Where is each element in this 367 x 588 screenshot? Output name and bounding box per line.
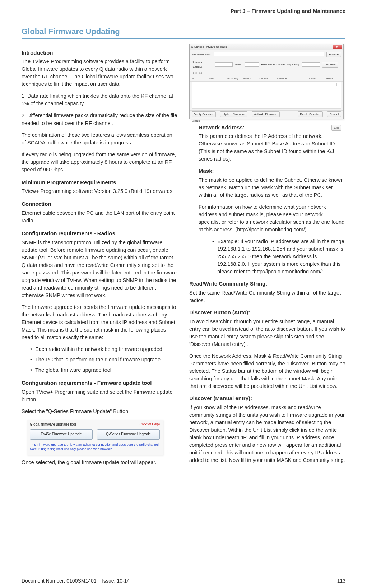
network-address-input[interactable]	[215, 62, 233, 67]
close-icon[interactable]: ✕	[333, 45, 342, 49]
footer-left: Document Number: 0100SM1401 Issue: 10-14	[22, 577, 130, 584]
unit-list-headers: IP Mask Community Serial # Current Filen…	[190, 76, 343, 82]
mask-input[interactable]	[245, 62, 259, 67]
body-text: Once the Network Address, Mask & Read/Wr…	[189, 352, 345, 390]
body-text: 1. Data rate limiting which trickles the…	[22, 92, 178, 107]
bullet-example: Example: If your radio IP addresses are …	[214, 238, 345, 276]
update-firmware-button[interactable]: Update Firmware	[220, 111, 247, 117]
click-for-help-link[interactable]: (Click for Help)	[138, 422, 160, 427]
body-text: To avoid searching through your entire s…	[189, 318, 345, 348]
network-address-label: Network Address:	[192, 60, 213, 69]
body-text: Open TView+ Programming suite and select…	[22, 388, 178, 403]
column-right: Q-Series Firmware Upgrade ✕ Firmware Pac…	[189, 44, 345, 471]
rw-community-input[interactable]	[302, 62, 320, 67]
body-text: Select the "Q-Series Firmware Update" Bu…	[22, 408, 178, 415]
unit-list-label: Unit List	[190, 70, 343, 76]
heading-connection: Connection	[22, 200, 178, 208]
cancel-button[interactable]: Cancel	[327, 111, 341, 117]
page-number: 113	[337, 577, 345, 584]
exit-button[interactable]: Exit	[331, 125, 341, 131]
body-text: If you know all of the IP addresses, mas…	[189, 404, 345, 464]
firmware-pack-input[interactable]	[214, 52, 325, 56]
dialog-global-upgrade-tool: (Click for Help) Global firmware upgrade…	[27, 420, 163, 455]
body-text: Once selected, the global firmware updat…	[22, 459, 178, 466]
body-text: The mask to be applied to define the Sub…	[199, 176, 345, 199]
activate-firmware-button[interactable]: Activate Firmware	[252, 111, 280, 117]
qseries-upgrade-button[interactable]: Q-Series Firmware Upgrade	[97, 429, 160, 440]
mask-label: Mask:	[235, 62, 242, 67]
body-text: 2. Differential firmware packs dramatica…	[22, 112, 178, 127]
verify-selected-button[interactable]: Verify Selected	[192, 111, 216, 117]
body-text: The TView+ Programming software provides…	[22, 58, 178, 88]
body-text: This parameter defines the IP Address of…	[199, 133, 345, 163]
rw-community-label: Read/Write Community String:	[261, 62, 300, 67]
ex45e-upgrade-button[interactable]: Ex45e Firmware Upgrade	[30, 429, 93, 440]
document-number: Document Number: 0100SM1401	[22, 578, 97, 584]
unit-list-grid[interactable]	[192, 82, 341, 109]
body-text: The combination of these two features al…	[22, 131, 178, 147]
body-text: SNMP is the transport protocol utilized …	[22, 239, 178, 299]
section-title: Global Firmware Updating	[22, 26, 345, 39]
heading-config-tool: Configuration requirements - Firmware up…	[22, 379, 178, 387]
heading-min-requirements: Minimum Programmer Requirements	[22, 179, 178, 186]
delete-selected-button[interactable]: Delete Selected	[298, 111, 323, 117]
dialog-qseries-firmware-upgrade: Q-Series Firmware Upgrade ✕ Firmware Pac…	[189, 44, 344, 119]
bullet-item: The global firmware upgrade tool	[32, 366, 178, 374]
heading-config-radios: Configuration requirements - Radios	[22, 230, 178, 237]
bullet-item: The PC that is performing the global fir…	[32, 356, 178, 364]
issue: Issue: 10-14	[102, 578, 130, 584]
body-text: The firmware upgrade tool sends the firm…	[22, 304, 178, 341]
dialog-title: Q-Series Firmware Upgrade	[191, 45, 227, 49]
column-left: Introduction The TView+ Programming soft…	[22, 44, 178, 471]
dialog-note: This Firmware upgrade tool is via an Eth…	[30, 443, 160, 451]
discover-button[interactable]: Discover	[322, 62, 338, 68]
bullet-item: Each radio within the network being firm…	[32, 346, 178, 353]
browse-button[interactable]: Browse	[326, 52, 341, 57]
body-text: If every radio is being upgraded from th…	[22, 151, 178, 173]
body-text: Set the same Read/Write Community String…	[189, 289, 345, 304]
status-bar: Status	[190, 118, 343, 124]
body-text: Ethernet cable between the PC and the LA…	[22, 209, 178, 224]
heading-discover-manual: Discover (Manual entry):	[189, 394, 345, 402]
heading-introduction: Introduction	[22, 49, 178, 57]
body-text: TView+ Programming software Version 3.25…	[22, 187, 178, 195]
heading-rw-community: Read/Write Community String:	[189, 280, 345, 288]
heading-mask: Mask:	[199, 167, 345, 175]
firmware-pack-label: Firmware Pack:	[192, 52, 212, 57]
heading-discover-auto: Discover Button (Auto):	[189, 309, 345, 316]
part-title: Part J – Firmware Updating and Maintenan…	[22, 7, 345, 15]
body-text: For information on how to determine what…	[199, 203, 345, 233]
